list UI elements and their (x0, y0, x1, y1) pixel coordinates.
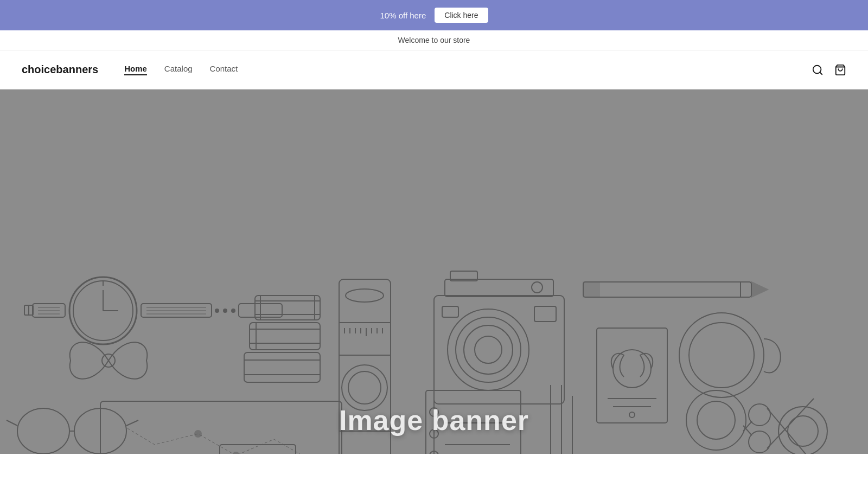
announcement-text: 10% off here (380, 11, 426, 20)
header: choicebanners Home Catalog Contact (0, 50, 868, 89)
announcement-bar: 10% off here Click here (0, 0, 868, 30)
search-button[interactable] (812, 64, 824, 76)
nav-item-catalog[interactable]: Catalog (164, 64, 193, 75)
click-here-button[interactable]: Click here (435, 8, 488, 23)
cart-icon (834, 64, 846, 76)
svg-point-80 (233, 452, 239, 454)
main-nav: Home Catalog Contact (124, 64, 812, 75)
hero-banner: Image banner (0, 89, 868, 454)
nav-item-contact[interactable]: Contact (210, 64, 238, 75)
hero-banner-label: Image banner (339, 404, 529, 454)
cart-button[interactable] (834, 64, 846, 76)
svg-point-20 (224, 309, 227, 312)
logo[interactable]: choicebanners (22, 63, 98, 76)
search-icon (812, 64, 824, 76)
hero-illustration (0, 89, 868, 454)
welcome-text: Welcome to our store (398, 36, 470, 44)
svg-line-1 (820, 72, 822, 74)
nav-item-home[interactable]: Home (124, 64, 147, 75)
svg-point-21 (232, 309, 235, 312)
svg-point-19 (215, 309, 219, 312)
svg-point-79 (195, 431, 201, 437)
welcome-bar: Welcome to our store (0, 30, 868, 50)
svg-rect-65 (583, 282, 599, 297)
header-actions (812, 64, 846, 76)
